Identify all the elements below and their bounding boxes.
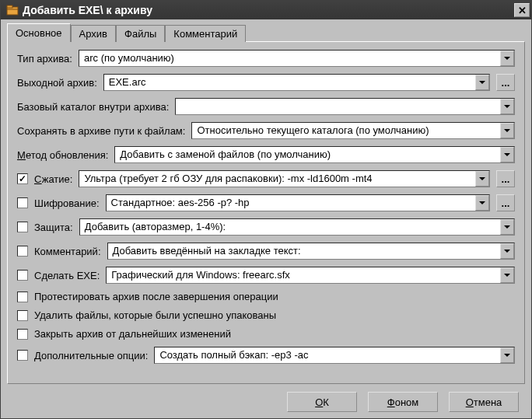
make-exe-label: Сделать EXE: bbox=[34, 270, 100, 281]
dropdown-icon[interactable] bbox=[500, 347, 514, 363]
extra-options-combo[interactable]: Создать полный бэкап: -ep3 -ac bbox=[154, 347, 515, 364]
encryption-value: Стандартное: aes-256 -p? -hp bbox=[107, 195, 475, 211]
cancel-button[interactable]: Отмена bbox=[449, 392, 519, 412]
comment-combo[interactable]: Добавить введённый на закладке текст: bbox=[107, 243, 516, 260]
browse-output-button[interactable]: ... bbox=[496, 74, 515, 91]
app-icon bbox=[5, 3, 19, 17]
encryption-settings-button[interactable]: ... bbox=[496, 194, 515, 211]
make-exe-checkbox[interactable] bbox=[17, 270, 28, 281]
base-catalog-combo[interactable] bbox=[175, 98, 515, 115]
window-title: Добавить EXE\ к архиву bbox=[23, 4, 514, 16]
update-method-value: Добавить с заменой файлов (по умолчанию) bbox=[115, 147, 500, 162]
titlebar: Добавить EXE\ к архиву ✕ bbox=[1, 1, 531, 19]
tab-archive[interactable]: Архив bbox=[71, 25, 116, 42]
protection-label: Защита: bbox=[34, 222, 73, 233]
make-exe-combo[interactable]: Графический для Windows: freearc.sfx bbox=[106, 267, 515, 284]
background-button[interactable]: Фоном bbox=[368, 392, 438, 412]
tabpage-main: Тип архива: arc (по умолчанию) Выходной … bbox=[7, 41, 525, 384]
lock-label: Закрыть архив от дальнейших изменений bbox=[34, 328, 231, 340]
tab-main[interactable]: Основное bbox=[7, 23, 71, 42]
archive-type-value: arc (по умолчанию) bbox=[79, 51, 500, 66]
extra-options-value: Создать полный бэкап: -ep3 -ac bbox=[155, 347, 500, 363]
dropdown-icon[interactable] bbox=[475, 171, 489, 187]
compression-label: Сжатие: bbox=[34, 173, 72, 185]
comment-checkbox[interactable] bbox=[17, 246, 28, 257]
extra-options-checkbox[interactable] bbox=[17, 350, 28, 361]
dropdown-icon[interactable] bbox=[500, 267, 514, 283]
save-paths-label: Сохранять в архиве пути к файлам: bbox=[17, 125, 185, 137]
delete-label: Удалить файлы, которые были успешно упак… bbox=[34, 309, 276, 321]
dropdown-icon[interactable] bbox=[475, 75, 489, 90]
archive-type-combo[interactable]: arc (по умолчанию) bbox=[79, 50, 515, 67]
update-method-label: Метод обновления: bbox=[17, 149, 108, 161]
encryption-combo[interactable]: Стандартное: aes-256 -p? -hp bbox=[106, 194, 490, 211]
dropdown-icon[interactable] bbox=[475, 195, 489, 211]
comment-label: Комментарий: bbox=[34, 246, 101, 257]
delete-checkbox[interactable] bbox=[17, 310, 28, 321]
output-archive-value: EXE.arc bbox=[104, 75, 475, 90]
output-archive-combo[interactable]: EXE.arc bbox=[103, 74, 490, 91]
protection-combo[interactable]: Добавить (авторазмер, 1-4%): bbox=[79, 218, 515, 236]
test-label: Протестировать архив после завершения оп… bbox=[34, 291, 278, 302]
tabs: Основное Архив Файлы Комментарий bbox=[7, 23, 525, 42]
archive-type-label: Тип архива: bbox=[17, 53, 72, 65]
extra-options-label: Дополнительные опции: bbox=[34, 350, 148, 361]
update-method-combo[interactable]: Добавить с заменой файлов (по умолчанию) bbox=[114, 146, 515, 163]
dropdown-icon[interactable] bbox=[500, 123, 514, 138]
tabset: Основное Архив Файлы Комментарий Тип арх… bbox=[7, 23, 525, 384]
base-catalog-label: Базовый каталог внутри архива: bbox=[17, 101, 169, 113]
dropdown-icon[interactable] bbox=[500, 99, 514, 114]
save-paths-combo[interactable]: Относительно текущего каталога (по умолч… bbox=[191, 122, 515, 139]
dropdown-icon[interactable] bbox=[500, 147, 514, 162]
encryption-checkbox[interactable] bbox=[17, 197, 28, 208]
dialog-window: Добавить EXE\ к архиву ✕ Основное Архив … bbox=[0, 0, 532, 419]
tab-comment[interactable]: Комментарий bbox=[165, 25, 246, 42]
encryption-label: Шифрование: bbox=[34, 197, 100, 209]
protection-checkbox[interactable] bbox=[17, 222, 28, 232]
base-catalog-value bbox=[176, 99, 500, 114]
make-exe-value: Графический для Windows: freearc.sfx bbox=[107, 267, 500, 283]
compression-value: Ультра (требует 2 гб ОЗУ для распаковки)… bbox=[79, 171, 475, 187]
output-archive-label: Выходной архив: bbox=[17, 77, 97, 89]
test-checkbox[interactable] bbox=[17, 292, 28, 302]
client-area: Основное Архив Файлы Комментарий Тип арх… bbox=[1, 19, 531, 418]
save-paths-value: Относительно текущего каталога (по умолч… bbox=[192, 123, 500, 138]
dropdown-icon[interactable] bbox=[500, 243, 514, 259]
tab-files[interactable]: Файлы bbox=[116, 25, 165, 42]
compression-checkbox[interactable] bbox=[17, 173, 28, 184]
protection-value: Добавить (авторазмер, 1-4%): bbox=[80, 219, 500, 235]
close-button[interactable]: ✕ bbox=[514, 3, 530, 17]
svg-rect-1 bbox=[7, 5, 12, 8]
comment-value: Добавить введённый на закладке текст: bbox=[108, 243, 501, 259]
dropdown-icon[interactable] bbox=[500, 219, 514, 235]
button-row: ОК Фоном Отмена bbox=[7, 384, 525, 412]
compression-combo[interactable]: Ультра (требует 2 гб ОЗУ для распаковки)… bbox=[79, 170, 490, 187]
ok-button[interactable]: ОК bbox=[287, 392, 357, 412]
compression-settings-button[interactable]: ... bbox=[496, 170, 515, 187]
dropdown-icon[interactable] bbox=[500, 51, 514, 66]
lock-checkbox[interactable] bbox=[17, 329, 28, 340]
